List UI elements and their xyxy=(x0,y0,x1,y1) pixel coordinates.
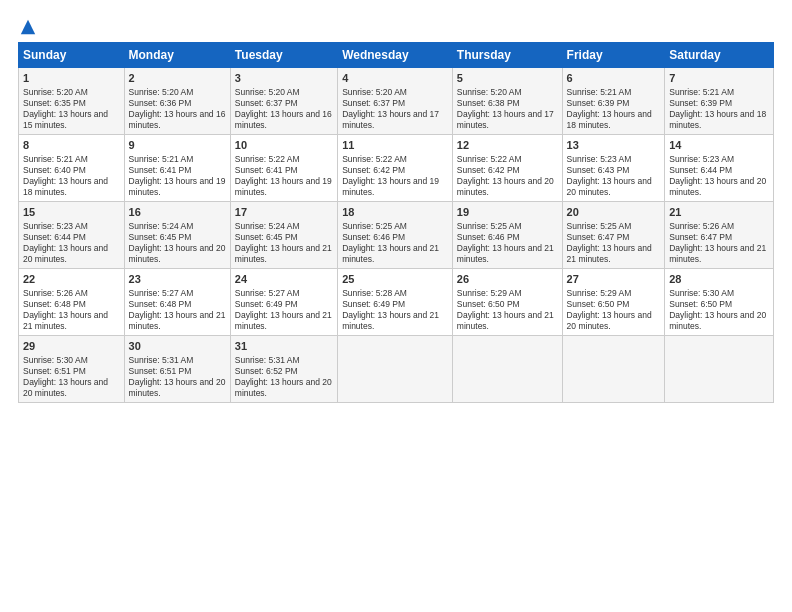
sunset-text: Sunset: 6:42 PM xyxy=(457,165,558,176)
day-number: 6 xyxy=(567,71,661,86)
daylight-text: Daylight: 13 hours and 21 minutes. xyxy=(457,243,558,265)
daylight-text: Daylight: 13 hours and 20 minutes. xyxy=(129,243,226,265)
day-number: 12 xyxy=(457,138,558,153)
svg-marker-0 xyxy=(21,20,35,34)
sunrise-text: Sunrise: 5:20 AM xyxy=(129,87,226,98)
day-number: 28 xyxy=(669,272,769,287)
sunrise-text: Sunrise: 5:21 AM xyxy=(129,154,226,165)
logo xyxy=(18,18,37,36)
sunrise-text: Sunrise: 5:26 AM xyxy=(669,221,769,232)
sunrise-text: Sunrise: 5:30 AM xyxy=(669,288,769,299)
calendar-cell: 3Sunrise: 5:20 AMSunset: 6:37 PMDaylight… xyxy=(230,68,337,135)
calendar-cell: 15Sunrise: 5:23 AMSunset: 6:44 PMDayligh… xyxy=(19,202,125,269)
daylight-text: Daylight: 13 hours and 20 minutes. xyxy=(567,310,661,332)
day-number: 29 xyxy=(23,339,120,354)
daylight-text: Daylight: 13 hours and 18 minutes. xyxy=(567,109,661,131)
calendar-week-row: 29Sunrise: 5:30 AMSunset: 6:51 PMDayligh… xyxy=(19,336,774,403)
calendar-cell: 9Sunrise: 5:21 AMSunset: 6:41 PMDaylight… xyxy=(124,135,230,202)
day-number: 10 xyxy=(235,138,333,153)
header-row: SundayMondayTuesdayWednesdayThursdayFrid… xyxy=(19,43,774,68)
sunset-text: Sunset: 6:51 PM xyxy=(23,366,120,377)
calendar-header: SundayMondayTuesdayWednesdayThursdayFrid… xyxy=(19,43,774,68)
calendar-cell: 16Sunrise: 5:24 AMSunset: 6:45 PMDayligh… xyxy=(124,202,230,269)
daylight-text: Daylight: 13 hours and 21 minutes. xyxy=(457,310,558,332)
sunset-text: Sunset: 6:44 PM xyxy=(23,232,120,243)
day-number: 15 xyxy=(23,205,120,220)
calendar-cell xyxy=(665,336,774,403)
calendar-cell: 6Sunrise: 5:21 AMSunset: 6:39 PMDaylight… xyxy=(562,68,665,135)
daylight-text: Daylight: 13 hours and 20 minutes. xyxy=(457,176,558,198)
sunset-text: Sunset: 6:37 PM xyxy=(342,98,448,109)
sunrise-text: Sunrise: 5:20 AM xyxy=(457,87,558,98)
day-number: 24 xyxy=(235,272,333,287)
sunset-text: Sunset: 6:50 PM xyxy=(567,299,661,310)
calendar-cell xyxy=(562,336,665,403)
day-number: 9 xyxy=(129,138,226,153)
daylight-text: Daylight: 13 hours and 21 minutes. xyxy=(235,310,333,332)
sunrise-text: Sunrise: 5:23 AM xyxy=(669,154,769,165)
sunrise-text: Sunrise: 5:25 AM xyxy=(342,221,448,232)
sunset-text: Sunset: 6:48 PM xyxy=(129,299,226,310)
sunrise-text: Sunrise: 5:27 AM xyxy=(235,288,333,299)
daylight-text: Daylight: 13 hours and 20 minutes. xyxy=(129,377,226,399)
sunset-text: Sunset: 6:42 PM xyxy=(342,165,448,176)
calendar-cell: 18Sunrise: 5:25 AMSunset: 6:46 PMDayligh… xyxy=(338,202,453,269)
daylight-text: Daylight: 13 hours and 21 minutes. xyxy=(235,243,333,265)
day-header: Friday xyxy=(562,43,665,68)
calendar-cell: 26Sunrise: 5:29 AMSunset: 6:50 PMDayligh… xyxy=(452,269,562,336)
calendar-cell: 1Sunrise: 5:20 AMSunset: 6:35 PMDaylight… xyxy=(19,68,125,135)
sunrise-text: Sunrise: 5:20 AM xyxy=(23,87,120,98)
sunrise-text: Sunrise: 5:23 AM xyxy=(23,221,120,232)
calendar-cell: 10Sunrise: 5:22 AMSunset: 6:41 PMDayligh… xyxy=(230,135,337,202)
calendar-cell: 12Sunrise: 5:22 AMSunset: 6:42 PMDayligh… xyxy=(452,135,562,202)
sunset-text: Sunset: 6:48 PM xyxy=(23,299,120,310)
calendar-cell: 5Sunrise: 5:20 AMSunset: 6:38 PMDaylight… xyxy=(452,68,562,135)
sunrise-text: Sunrise: 5:23 AM xyxy=(567,154,661,165)
day-number: 30 xyxy=(129,339,226,354)
calendar-cell: 2Sunrise: 5:20 AMSunset: 6:36 PMDaylight… xyxy=(124,68,230,135)
daylight-text: Daylight: 13 hours and 20 minutes. xyxy=(23,243,120,265)
calendar-week-row: 8Sunrise: 5:21 AMSunset: 6:40 PMDaylight… xyxy=(19,135,774,202)
logo-text xyxy=(18,18,37,36)
daylight-text: Daylight: 13 hours and 20 minutes. xyxy=(567,176,661,198)
daylight-text: Daylight: 13 hours and 17 minutes. xyxy=(342,109,448,131)
daylight-text: Daylight: 13 hours and 20 minutes. xyxy=(669,176,769,198)
sunset-text: Sunset: 6:36 PM xyxy=(129,98,226,109)
daylight-text: Daylight: 13 hours and 19 minutes. xyxy=(129,176,226,198)
day-number: 21 xyxy=(669,205,769,220)
calendar-cell: 4Sunrise: 5:20 AMSunset: 6:37 PMDaylight… xyxy=(338,68,453,135)
sunrise-text: Sunrise: 5:20 AM xyxy=(342,87,448,98)
sunset-text: Sunset: 6:44 PM xyxy=(669,165,769,176)
day-number: 3 xyxy=(235,71,333,86)
daylight-text: Daylight: 13 hours and 16 minutes. xyxy=(129,109,226,131)
sunrise-text: Sunrise: 5:27 AM xyxy=(129,288,226,299)
sunrise-text: Sunrise: 5:21 AM xyxy=(23,154,120,165)
daylight-text: Daylight: 13 hours and 19 minutes. xyxy=(342,176,448,198)
daylight-text: Daylight: 13 hours and 21 minutes. xyxy=(342,243,448,265)
day-header: Sunday xyxy=(19,43,125,68)
sunset-text: Sunset: 6:49 PM xyxy=(235,299,333,310)
day-number: 11 xyxy=(342,138,448,153)
calendar-cell: 28Sunrise: 5:30 AMSunset: 6:50 PMDayligh… xyxy=(665,269,774,336)
daylight-text: Daylight: 13 hours and 20 minutes. xyxy=(235,377,333,399)
sunset-text: Sunset: 6:51 PM xyxy=(129,366,226,377)
daylight-text: Daylight: 13 hours and 20 minutes. xyxy=(23,377,120,399)
calendar-cell: 24Sunrise: 5:27 AMSunset: 6:49 PMDayligh… xyxy=(230,269,337,336)
day-number: 4 xyxy=(342,71,448,86)
sunrise-text: Sunrise: 5:21 AM xyxy=(567,87,661,98)
day-header: Monday xyxy=(124,43,230,68)
calendar-cell: 22Sunrise: 5:26 AMSunset: 6:48 PMDayligh… xyxy=(19,269,125,336)
calendar-cell: 21Sunrise: 5:26 AMSunset: 6:47 PMDayligh… xyxy=(665,202,774,269)
day-number: 8 xyxy=(23,138,120,153)
daylight-text: Daylight: 13 hours and 19 minutes. xyxy=(235,176,333,198)
daylight-text: Daylight: 13 hours and 21 minutes. xyxy=(567,243,661,265)
calendar-cell xyxy=(338,336,453,403)
calendar-week-row: 1Sunrise: 5:20 AMSunset: 6:35 PMDaylight… xyxy=(19,68,774,135)
calendar-cell: 14Sunrise: 5:23 AMSunset: 6:44 PMDayligh… xyxy=(665,135,774,202)
logo-icon xyxy=(19,18,37,36)
day-number: 25 xyxy=(342,272,448,287)
sunset-text: Sunset: 6:40 PM xyxy=(23,165,120,176)
calendar-cell: 7Sunrise: 5:21 AMSunset: 6:39 PMDaylight… xyxy=(665,68,774,135)
calendar-week-row: 22Sunrise: 5:26 AMSunset: 6:48 PMDayligh… xyxy=(19,269,774,336)
sunrise-text: Sunrise: 5:31 AM xyxy=(235,355,333,366)
